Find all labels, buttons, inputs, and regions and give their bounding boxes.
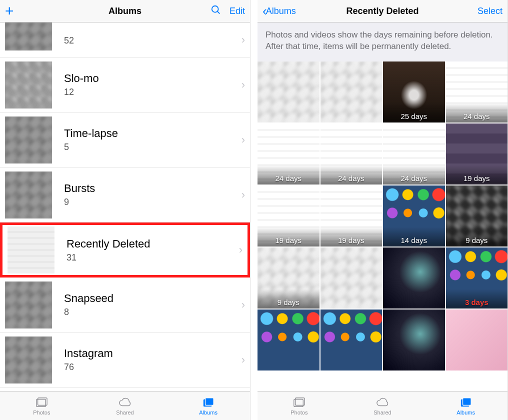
album-name: Recently Deleted: [66, 238, 239, 250]
albums-screen: + Albums Edit osxdaily.com 52›Slo-mo12›T…: [0, 0, 250, 420]
album-count: 76: [64, 362, 242, 372]
nav-title: Recently Deleted: [318, 6, 448, 16]
album-text: 52: [64, 34, 242, 46]
nav-title: Albums: [60, 6, 190, 16]
album-count: 8: [64, 307, 242, 318]
album-row[interactable]: Time-lapse5›: [0, 112, 250, 168]
days-remaining-label: 19 days: [446, 165, 508, 184]
tab-photos[interactable]: Photos: [258, 392, 341, 420]
chevron-right-icon: ›: [242, 298, 245, 312]
days-remaining-label: 19 days: [258, 227, 320, 246]
chevron-right-icon: ›: [242, 134, 245, 146]
back-label: Albums: [266, 6, 296, 16]
photo-thumbnail[interactable]: 19 days: [258, 186, 320, 246]
chevron-right-icon: ›: [242, 188, 245, 202]
album-thumbnail: [5, 336, 52, 384]
days-remaining-label: 24 days: [258, 165, 320, 184]
tabbar: Photos Shared Albums: [258, 391, 508, 420]
chevron-right-icon: ›: [242, 354, 245, 366]
album-text: Slo-mo12: [64, 72, 242, 98]
svg-line-1: [218, 11, 220, 14]
photo-thumbnail[interactable]: [320, 248, 382, 308]
album-thumbnail: [5, 22, 52, 50]
tab-photos[interactable]: Photos: [0, 392, 84, 420]
tab-label: Shared: [374, 410, 391, 416]
days-remaining-label: 9 days: [446, 227, 508, 246]
photo-thumbnail[interactable]: [446, 310, 508, 370]
album-row[interactable]: Instagram76›: [0, 332, 250, 388]
album-name: Bursts: [64, 182, 242, 195]
album-count: 52: [64, 36, 242, 46]
album-count: 5: [64, 142, 242, 152]
days-remaining-label: 14 days: [383, 227, 445, 246]
album-text: Snapseed8: [64, 292, 242, 318]
photo-thumbnail[interactable]: [320, 62, 382, 122]
select-button[interactable]: Select: [478, 6, 502, 16]
info-banner: Photos and videos show the days remainin…: [258, 22, 508, 62]
album-count: 9: [64, 197, 242, 208]
album-thumbnail: [5, 172, 52, 218]
tab-shared[interactable]: Shared: [84, 392, 167, 420]
photo-thumbnail[interactable]: 9 days: [258, 248, 320, 308]
back-button[interactable]: ‹ Albums: [262, 4, 296, 18]
album-row[interactable]: Slo-mo12›: [0, 58, 250, 112]
navbar: ‹ Albums Recently Deleted Select: [258, 0, 508, 22]
album-thumbnail: [5, 62, 52, 108]
days-remaining-label: 24 days: [320, 165, 382, 184]
album-thumbnail: [5, 282, 52, 328]
album-name: Snapseed: [64, 292, 242, 305]
album-text: Bursts9: [64, 182, 242, 208]
tabbar: Photos Shared Albums: [0, 391, 250, 420]
days-remaining-label: 3 days: [446, 289, 508, 308]
album-name: Instagram: [64, 347, 242, 360]
tab-albums[interactable]: Albums: [424, 392, 508, 420]
tab-shared[interactable]: Shared: [341, 392, 424, 420]
photo-thumbnail[interactable]: 3 days: [446, 248, 508, 308]
photo-thumbnail[interactable]: 24 days: [258, 124, 320, 184]
cloud-icon: [118, 396, 132, 408]
photo-thumbnail[interactable]: 25 days: [383, 62, 445, 122]
photos-icon: [292, 396, 306, 408]
days-remaining-label: 24 days: [446, 103, 508, 122]
album-count: 12: [64, 87, 242, 98]
navbar: + Albums Edit: [0, 0, 250, 22]
album-thumbnail: [8, 226, 54, 274]
album-text: Time-lapse5: [64, 127, 242, 152]
search-icon[interactable]: [210, 4, 222, 18]
photo-thumbnail[interactable]: [258, 62, 320, 122]
days-remaining-label: 9 days: [258, 289, 320, 308]
photo-thumbnail[interactable]: [383, 310, 445, 370]
tab-label: Albums: [456, 410, 475, 416]
chevron-right-icon: ›: [242, 34, 245, 46]
tab-albums[interactable]: Albums: [166, 392, 250, 420]
add-button[interactable]: +: [5, 2, 14, 20]
photo-grid: 25 days24 days24 days24 days24 days19 da…: [258, 62, 508, 391]
photo-thumbnail[interactable]: 24 days: [320, 124, 382, 184]
album-row[interactable]: Bursts9›: [0, 168, 250, 222]
photo-thumbnail[interactable]: 19 days: [320, 186, 382, 246]
photo-thumbnail[interactable]: 9 days: [446, 186, 508, 246]
edit-button[interactable]: Edit: [230, 6, 245, 16]
album-row[interactable]: Recently Deleted31›: [0, 222, 250, 278]
album-text: Instagram76: [64, 347, 242, 372]
days-remaining-label: 24 days: [383, 165, 445, 184]
tab-label: Photos: [33, 410, 50, 416]
tab-label: Shared: [116, 410, 134, 416]
chevron-right-icon: ›: [239, 244, 242, 256]
photo-thumbnail[interactable]: [258, 310, 320, 370]
photo-thumbnail[interactable]: [383, 248, 445, 308]
albums-icon: [459, 396, 473, 408]
album-row[interactable]: Snapseed8›: [0, 278, 250, 332]
photo-thumbnail[interactable]: [320, 310, 382, 370]
album-name: Time-lapse: [64, 127, 242, 140]
album-row[interactable]: 52›: [0, 22, 250, 58]
photo-thumbnail[interactable]: 14 days: [383, 186, 445, 246]
recently-deleted-screen: ‹ Albums Recently Deleted Select Photos …: [258, 0, 508, 420]
tab-label: Albums: [199, 410, 218, 416]
photo-thumbnail[interactable]: 24 days: [446, 62, 508, 122]
photo-thumbnail[interactable]: 19 days: [446, 124, 508, 184]
photos-icon: [34, 396, 48, 408]
svg-point-0: [212, 6, 218, 12]
days-remaining-label: 19 days: [320, 227, 382, 246]
photo-thumbnail[interactable]: 24 days: [383, 124, 445, 184]
